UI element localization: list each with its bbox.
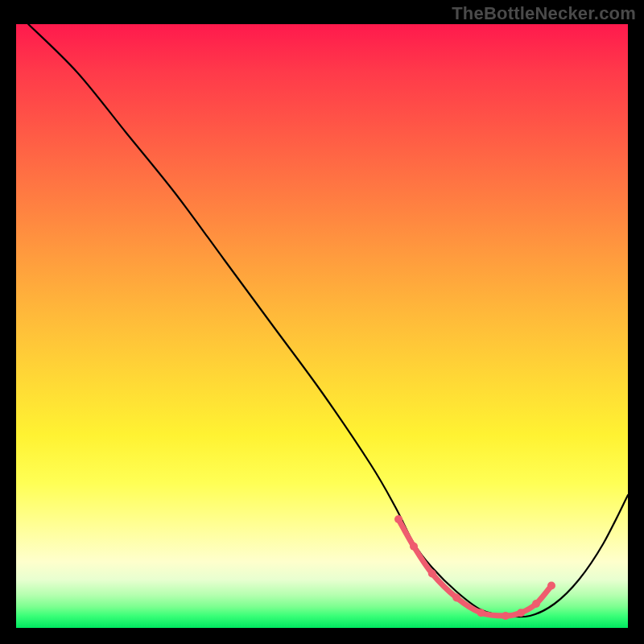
highlight-dot bbox=[394, 515, 402, 523]
highlight-dot bbox=[410, 543, 418, 551]
highlight-dot bbox=[532, 600, 540, 608]
curve-svg bbox=[16, 24, 628, 628]
highlight-dot bbox=[477, 609, 485, 617]
watermark-text: TheBottleNecker.com bbox=[452, 3, 636, 24]
highlight-dot bbox=[547, 582, 555, 590]
highlight-curve bbox=[398, 519, 551, 616]
chart-container: TheBottleNecker.com bbox=[0, 0, 644, 644]
highlight-dot bbox=[502, 612, 510, 620]
highlight-dot bbox=[452, 594, 460, 602]
main-curve bbox=[28, 24, 628, 617]
plot-area bbox=[16, 24, 628, 628]
highlight-dot bbox=[428, 570, 436, 578]
highlight-dot bbox=[517, 609, 525, 617]
